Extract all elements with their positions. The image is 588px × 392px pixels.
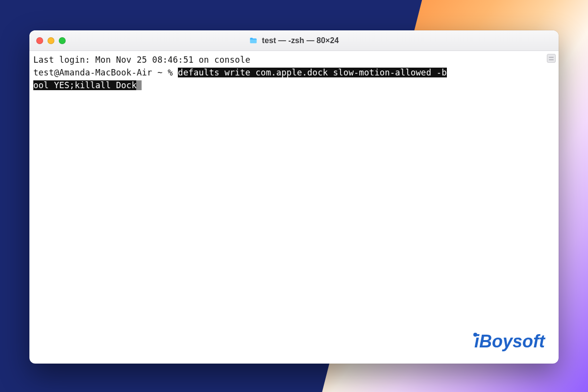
- window-titlebar[interactable]: test — -zsh — 80×24: [29, 30, 559, 51]
- shell-prompt: test@Amanda-MacBook-Air ~ %: [33, 68, 178, 77]
- close-icon[interactable]: [36, 37, 43, 44]
- text-cursor: [136, 80, 142, 90]
- window-title: test — -zsh — 80×24: [262, 36, 339, 45]
- traffic-lights: [36, 37, 66, 44]
- last-login-line: Last login: Mon Nov 25 08:46:51 on conso…: [33, 55, 250, 65]
- minimize-icon[interactable]: [48, 37, 54, 44]
- window-title-group: test — -zsh — 80×24: [29, 36, 559, 45]
- maximize-icon[interactable]: [59, 37, 66, 44]
- terminal-window: test — -zsh — 80×24 Last login: Mon Nov …: [29, 30, 559, 364]
- selected-command-part1[interactable]: defaults write com.apple.dock slow-motio…: [178, 68, 446, 77]
- selected-command-part2[interactable]: ool YES;killall Dock: [33, 80, 137, 90]
- folder-icon: [249, 36, 258, 45]
- watermark-logo: iBoysoft: [470, 328, 545, 355]
- watermark-text: iBoysoft: [474, 331, 545, 351]
- scrollbar-grip-icon[interactable]: [547, 54, 556, 63]
- terminal-content[interactable]: Last login: Mon Nov 25 08:46:51 on conso…: [29, 51, 559, 364]
